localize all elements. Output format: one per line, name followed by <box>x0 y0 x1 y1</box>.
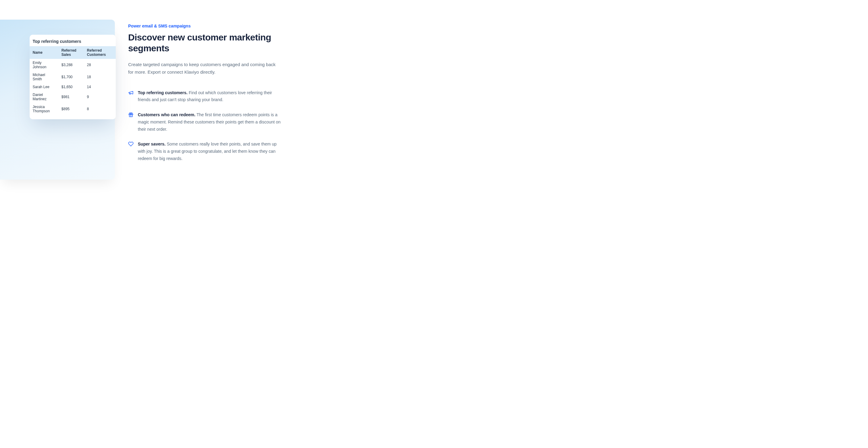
cell-name: Sarah Lee <box>30 83 58 91</box>
col-name: Name <box>30 46 58 59</box>
feature-text: Super savers. Some customers really love… <box>138 141 282 162</box>
top-referring-card: Top referring customers Name Referred Sa… <box>30 35 116 119</box>
cell-sales: $981 <box>58 91 84 103</box>
table-row: Sarah Lee $1,650 14 <box>30 83 116 91</box>
cell-name: Daniel Martinez <box>30 91 58 103</box>
cell-customers: 14 <box>84 83 116 91</box>
feature-title: Customers who can redeem. <box>138 112 195 117</box>
card-title: Top referring customers <box>30 39 116 46</box>
feature-text: Customers who can redeem. The first time… <box>138 111 282 133</box>
cell-name: Michael Smith <box>30 71 58 83</box>
gift-icon <box>128 112 133 117</box>
cell-customers: 9 <box>84 91 116 103</box>
heart-icon <box>128 141 133 147</box>
feature-redeem: Customers who can redeem. The first time… <box>128 111 282 133</box>
table-header-row: Name Referred Sales Referred Customers <box>30 46 116 59</box>
feature-top-referring: Top referring customers. Find out which … <box>128 89 282 104</box>
cell-customers: 18 <box>84 71 116 83</box>
eyebrow-text: Power email & SMS campaigns <box>128 24 308 28</box>
feature-super-savers: Super savers. Some customers really love… <box>128 141 282 162</box>
cell-sales: $1,650 <box>58 83 84 91</box>
table-row: Daniel Martinez $981 9 <box>30 91 116 103</box>
headline: Discover new customer marketing segments <box>128 32 308 54</box>
feature-title: Top referring customers. <box>138 90 188 95</box>
table-row: Michael Smith $1,700 18 <box>30 71 116 83</box>
cell-sales: $1,700 <box>58 71 84 83</box>
col-customers: Referred Customers <box>84 46 116 59</box>
page-container: Top referring customers Name Referred Sa… <box>0 0 434 224</box>
content-panel: Power email & SMS campaigns Discover new… <box>115 0 320 163</box>
feature-list: Top referring customers. Find out which … <box>128 89 308 163</box>
col-sales: Referred Sales <box>58 46 84 59</box>
cell-sales: $895 <box>58 103 84 115</box>
table-row: Emily Johnson $3,288 28 <box>30 59 116 71</box>
megaphone-icon <box>128 90 133 95</box>
cell-customers: 28 <box>84 59 116 71</box>
cell-name: Emily Johnson <box>30 59 58 71</box>
referring-table: Name Referred Sales Referred Customers E… <box>30 46 116 115</box>
illustration-panel: Top referring customers Name Referred Sa… <box>0 20 115 180</box>
table-row: Jessica Thompson $895 8 <box>30 103 116 115</box>
cell-name: Jessica Thompson <box>30 103 58 115</box>
cell-customers: 8 <box>84 103 116 115</box>
subhead: Create targeted campaigns to keep custom… <box>128 61 279 76</box>
feature-title: Super savers. <box>138 142 166 146</box>
feature-text: Top referring customers. Find out which … <box>138 89 282 104</box>
cell-sales: $3,288 <box>58 59 84 71</box>
